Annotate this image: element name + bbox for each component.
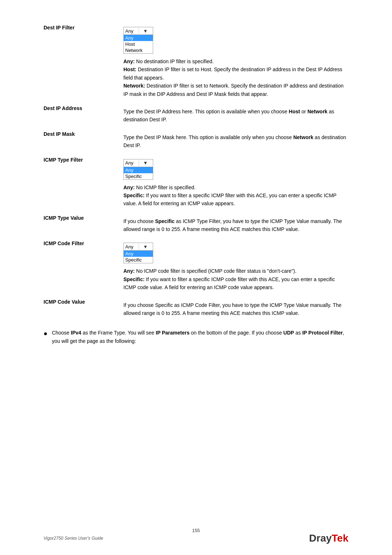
field-label-icmp-code-filter: ICMP Code Filter <box>44 238 123 296</box>
dropdown-option-dest-ip-filter-1[interactable]: Host <box>124 41 153 47</box>
field-label-icmp-type-filter: ICMP Type Filter <box>44 154 123 212</box>
field-description-icmp-code-value: If you choose Specific as ICMP Code Filt… <box>123 301 348 317</box>
field-desc-dest-ip-address: Type the Dest IP Address here. This opti… <box>123 102 348 128</box>
dropdown-option-icmp-type-filter-0[interactable]: Any <box>124 167 153 173</box>
field-row-icmp-type-filter: ICMP Type FilterAny▼AnySpecificAny: No I… <box>44 154 348 212</box>
field-desc-icmp-code-value: If you choose Specific as ICMP Code Filt… <box>123 296 348 322</box>
field-description-dest-ip-address: Type the Dest IP Address here. This opti… <box>123 108 348 124</box>
page-content: Dest IP FilterAny▼AnyHostNetworkAny: No … <box>0 0 392 374</box>
footer: Vigor2750 Series User's Guide 155 DrayTe… <box>0 532 392 544</box>
field-row-icmp-code-value: ICMP Code ValueIf you choose Specific as… <box>44 296 348 322</box>
bullet-dot: ● <box>44 329 48 339</box>
dropdown-header-text-dest-ip-filter: Any <box>125 28 137 34</box>
dropdown-dest-ip-filter[interactable]: Any▼AnyHostNetwork <box>123 27 153 54</box>
dropdown-icmp-type-filter[interactable]: Any▼AnySpecific <box>123 159 153 180</box>
field-description-icmp-type-value: If you choose Specific as ICMP Type Filt… <box>123 217 348 234</box>
field-row-icmp-code-filter: ICMP Code FilterAny▼AnySpecificAny: No I… <box>44 238 348 296</box>
dropdown-arrow-icmp-type-filter: ▼ <box>139 160 152 166</box>
dropdown-option-icmp-code-filter-1[interactable]: Specific <box>124 257 153 263</box>
field-description-icmp-type-filter: Any: No ICMP filter is specified.Specifi… <box>123 183 348 208</box>
dropdown-option-icmp-code-filter-0[interactable]: Any <box>124 251 153 257</box>
field-label-dest-ip-address: Dest IP Address <box>44 102 123 128</box>
footer-brand: DrayTek <box>309 532 348 544</box>
dropdown-option-icmp-type-filter-1[interactable]: Specific <box>124 173 153 179</box>
field-desc-dest-ip-filter: Any▼AnyHostNetworkAny: No destination IP… <box>123 22 348 102</box>
dropdown-option-dest-ip-filter-0[interactable]: Any <box>124 35 153 41</box>
footer-guide: Vigor2750 Series User's Guide <box>44 536 103 541</box>
page-number: 155 <box>192 528 200 533</box>
field-desc-icmp-type-filter: Any▼AnySpecificAny: No ICMP filter is sp… <box>123 154 348 212</box>
field-desc-icmp-type-value: If you choose Specific as ICMP Type Filt… <box>123 212 348 238</box>
field-description-dest-ip-mask: Type the Dest IP Mask here. This option … <box>123 133 348 150</box>
field-label-dest-ip-mask: Dest IP Mask <box>44 128 123 154</box>
field-desc-icmp-code-filter: Any▼AnySpecificAny: No ICMP code filter … <box>123 238 348 296</box>
field-label-icmp-code-value: ICMP Code Value <box>44 296 123 322</box>
bullet-text: Choose IPv4 as the Frame Type. You will … <box>52 329 348 345</box>
dropdown-arrow-icmp-code-filter: ▼ <box>139 244 152 250</box>
field-row-dest-ip-mask: Dest IP MaskType the Dest IP Mask here. … <box>44 128 348 154</box>
field-description-dest-ip-filter: Any: No destination IP filter is specifi… <box>123 57 348 98</box>
field-table: Dest IP FilterAny▼AnyHostNetworkAny: No … <box>44 22 348 321</box>
dropdown-icmp-code-filter[interactable]: Any▼AnySpecific <box>123 243 153 263</box>
field-row-icmp-type-value: ICMP Type ValueIf you choose Specific as… <box>44 212 348 238</box>
dropdown-header-text-icmp-code-filter: Any <box>125 244 137 250</box>
dropdown-option-dest-ip-filter-2[interactable]: Network <box>124 47 153 53</box>
field-row-dest-ip-filter: Dest IP FilterAny▼AnyHostNetworkAny: No … <box>44 22 348 102</box>
field-label-dest-ip-filter: Dest IP Filter <box>44 22 123 102</box>
dropdown-header-text-icmp-type-filter: Any <box>125 160 137 166</box>
field-label-icmp-type-value: ICMP Type Value <box>44 212 123 238</box>
bullet-section: ● Choose IPv4 as the Frame Type. You wil… <box>44 329 348 345</box>
field-desc-dest-ip-mask: Type the Dest IP Mask here. This option … <box>123 128 348 154</box>
field-description-icmp-code-filter: Any: No ICMP code filter is specified (I… <box>123 267 348 291</box>
field-row-dest-ip-address: Dest IP AddressType the Dest IP Address … <box>44 102 348 128</box>
dropdown-arrow-dest-ip-filter: ▼ <box>139 28 152 34</box>
